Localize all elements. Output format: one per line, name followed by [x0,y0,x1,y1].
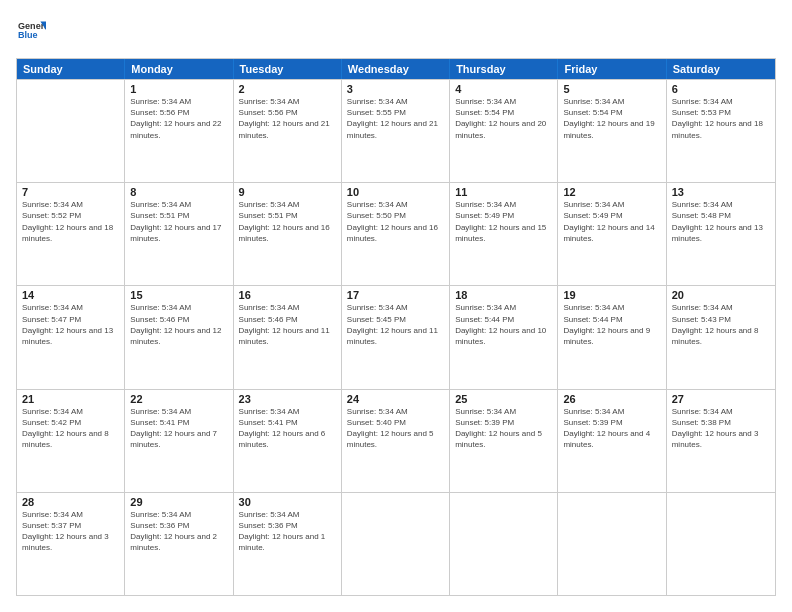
calendar-cell: 20Sunrise: 5:34 AMSunset: 5:43 PMDayligh… [667,286,775,388]
day-info: Sunrise: 5:34 AMSunset: 5:37 PMDaylight:… [22,509,119,554]
day-number: 10 [347,186,444,198]
day-info: Sunrise: 5:34 AMSunset: 5:49 PMDaylight:… [563,199,660,244]
day-info: Sunrise: 5:34 AMSunset: 5:49 PMDaylight:… [455,199,552,244]
day-info: Sunrise: 5:34 AMSunset: 5:55 PMDaylight:… [347,96,444,141]
calendar-cell: 12Sunrise: 5:34 AMSunset: 5:49 PMDayligh… [558,183,666,285]
day-info: Sunrise: 5:34 AMSunset: 5:47 PMDaylight:… [22,302,119,347]
day-info: Sunrise: 5:34 AMSunset: 5:54 PMDaylight:… [563,96,660,141]
day-number: 20 [672,289,770,301]
calendar-header: SundayMondayTuesdayWednesdayThursdayFrid… [17,59,775,79]
calendar-row-2: 7Sunrise: 5:34 AMSunset: 5:52 PMDaylight… [17,182,775,285]
day-info: Sunrise: 5:34 AMSunset: 5:39 PMDaylight:… [455,406,552,451]
calendar-cell: 9Sunrise: 5:34 AMSunset: 5:51 PMDaylight… [234,183,342,285]
day-number: 18 [455,289,552,301]
day-number: 24 [347,393,444,405]
weekday-header-saturday: Saturday [667,59,775,79]
day-info: Sunrise: 5:34 AMSunset: 5:36 PMDaylight:… [130,509,227,554]
day-number: 16 [239,289,336,301]
calendar-cell: 3Sunrise: 5:34 AMSunset: 5:55 PMDaylight… [342,80,450,182]
weekday-header-thursday: Thursday [450,59,558,79]
day-number: 29 [130,496,227,508]
day-info: Sunrise: 5:34 AMSunset: 5:46 PMDaylight:… [239,302,336,347]
day-info: Sunrise: 5:34 AMSunset: 5:44 PMDaylight:… [455,302,552,347]
day-number: 8 [130,186,227,198]
calendar-cell: 26Sunrise: 5:34 AMSunset: 5:39 PMDayligh… [558,390,666,492]
calendar-cell: 1Sunrise: 5:34 AMSunset: 5:56 PMDaylight… [125,80,233,182]
day-number: 1 [130,83,227,95]
day-info: Sunrise: 5:34 AMSunset: 5:41 PMDaylight:… [130,406,227,451]
day-number: 23 [239,393,336,405]
calendar-cell: 25Sunrise: 5:34 AMSunset: 5:39 PMDayligh… [450,390,558,492]
calendar-cell: 18Sunrise: 5:34 AMSunset: 5:44 PMDayligh… [450,286,558,388]
day-info: Sunrise: 5:34 AMSunset: 5:39 PMDaylight:… [563,406,660,451]
day-info: Sunrise: 5:34 AMSunset: 5:50 PMDaylight:… [347,199,444,244]
day-info: Sunrise: 5:34 AMSunset: 5:40 PMDaylight:… [347,406,444,451]
day-info: Sunrise: 5:34 AMSunset: 5:44 PMDaylight:… [563,302,660,347]
calendar-cell: 2Sunrise: 5:34 AMSunset: 5:56 PMDaylight… [234,80,342,182]
calendar-cell: 4Sunrise: 5:34 AMSunset: 5:54 PMDaylight… [450,80,558,182]
calendar-cell: 22Sunrise: 5:34 AMSunset: 5:41 PMDayligh… [125,390,233,492]
svg-text:Blue: Blue [18,30,38,40]
day-info: Sunrise: 5:34 AMSunset: 5:42 PMDaylight:… [22,406,119,451]
day-info: Sunrise: 5:34 AMSunset: 5:41 PMDaylight:… [239,406,336,451]
calendar-row-3: 14Sunrise: 5:34 AMSunset: 5:47 PMDayligh… [17,285,775,388]
day-info: Sunrise: 5:34 AMSunset: 5:56 PMDaylight:… [239,96,336,141]
day-number: 28 [22,496,119,508]
weekday-header-tuesday: Tuesday [234,59,342,79]
calendar-cell: 16Sunrise: 5:34 AMSunset: 5:46 PMDayligh… [234,286,342,388]
calendar-cell: 8Sunrise: 5:34 AMSunset: 5:51 PMDaylight… [125,183,233,285]
calendar-cell: 14Sunrise: 5:34 AMSunset: 5:47 PMDayligh… [17,286,125,388]
calendar-cell: 30Sunrise: 5:34 AMSunset: 5:36 PMDayligh… [234,493,342,595]
day-number: 9 [239,186,336,198]
day-info: Sunrise: 5:34 AMSunset: 5:52 PMDaylight:… [22,199,119,244]
day-number: 6 [672,83,770,95]
calendar-cell: 27Sunrise: 5:34 AMSunset: 5:38 PMDayligh… [667,390,775,492]
day-info: Sunrise: 5:34 AMSunset: 5:56 PMDaylight:… [130,96,227,141]
day-number: 13 [672,186,770,198]
calendar-cell: 21Sunrise: 5:34 AMSunset: 5:42 PMDayligh… [17,390,125,492]
day-info: Sunrise: 5:34 AMSunset: 5:38 PMDaylight:… [672,406,770,451]
weekday-header-sunday: Sunday [17,59,125,79]
page-header: General Blue [16,16,776,48]
logo: General Blue [16,16,46,48]
day-number: 3 [347,83,444,95]
day-number: 7 [22,186,119,198]
calendar-body: 1Sunrise: 5:34 AMSunset: 5:56 PMDaylight… [17,79,775,595]
calendar-cell: 6Sunrise: 5:34 AMSunset: 5:53 PMDaylight… [667,80,775,182]
day-number: 22 [130,393,227,405]
day-info: Sunrise: 5:34 AMSunset: 5:51 PMDaylight:… [130,199,227,244]
calendar-cell: 15Sunrise: 5:34 AMSunset: 5:46 PMDayligh… [125,286,233,388]
logo-text: General Blue [16,16,46,48]
day-number: 14 [22,289,119,301]
day-number: 5 [563,83,660,95]
weekday-header-friday: Friday [558,59,666,79]
calendar-cell: 7Sunrise: 5:34 AMSunset: 5:52 PMDaylight… [17,183,125,285]
calendar-row-4: 21Sunrise: 5:34 AMSunset: 5:42 PMDayligh… [17,389,775,492]
day-number: 26 [563,393,660,405]
day-number: 25 [455,393,552,405]
calendar-cell: 13Sunrise: 5:34 AMSunset: 5:48 PMDayligh… [667,183,775,285]
day-info: Sunrise: 5:34 AMSunset: 5:36 PMDaylight:… [239,509,336,554]
calendar-cell: 17Sunrise: 5:34 AMSunset: 5:45 PMDayligh… [342,286,450,388]
day-info: Sunrise: 5:34 AMSunset: 5:54 PMDaylight:… [455,96,552,141]
calendar-cell: 5Sunrise: 5:34 AMSunset: 5:54 PMDaylight… [558,80,666,182]
day-info: Sunrise: 5:34 AMSunset: 5:48 PMDaylight:… [672,199,770,244]
calendar-cell: 24Sunrise: 5:34 AMSunset: 5:40 PMDayligh… [342,390,450,492]
calendar-cell [342,493,450,595]
day-number: 2 [239,83,336,95]
day-info: Sunrise: 5:34 AMSunset: 5:53 PMDaylight:… [672,96,770,141]
day-number: 4 [455,83,552,95]
calendar: SundayMondayTuesdayWednesdayThursdayFrid… [16,58,776,596]
calendar-cell: 19Sunrise: 5:34 AMSunset: 5:44 PMDayligh… [558,286,666,388]
logo-icon: General Blue [18,16,46,44]
calendar-cell: 10Sunrise: 5:34 AMSunset: 5:50 PMDayligh… [342,183,450,285]
weekday-header-wednesday: Wednesday [342,59,450,79]
day-info: Sunrise: 5:34 AMSunset: 5:51 PMDaylight:… [239,199,336,244]
calendar-row-5: 28Sunrise: 5:34 AMSunset: 5:37 PMDayligh… [17,492,775,595]
calendar-row-1: 1Sunrise: 5:34 AMSunset: 5:56 PMDaylight… [17,79,775,182]
day-number: 15 [130,289,227,301]
calendar-cell: 23Sunrise: 5:34 AMSunset: 5:41 PMDayligh… [234,390,342,492]
calendar-cell: 29Sunrise: 5:34 AMSunset: 5:36 PMDayligh… [125,493,233,595]
calendar-cell [450,493,558,595]
calendar-cell [558,493,666,595]
